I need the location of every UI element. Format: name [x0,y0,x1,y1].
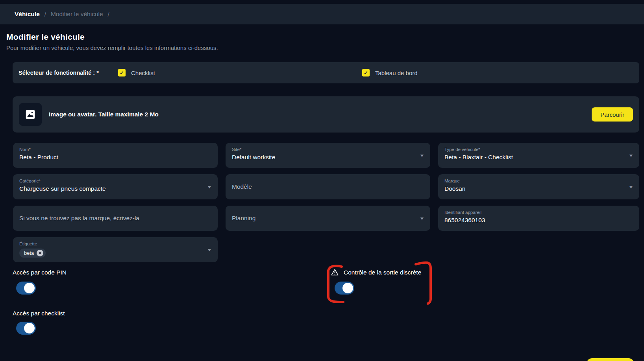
feature-selector-bar: Sélecteur de fonctionnalité : * ✓ Checkl… [13,62,639,83]
field-marque-libre[interactable] [13,206,218,231]
breadcrumb-separator: / [108,11,109,18]
field-label: Nom* [19,147,211,152]
field-modele[interactable] [226,174,430,199]
upload-hint-text: Image ou avatar. Taille maximale 2 Mo [49,111,159,118]
field-placeholder: Planning [232,215,255,222]
toggle-knob [24,283,35,293]
field-value: 865024360103 [444,217,633,224]
field-label: Étiquette [19,241,202,247]
chevron-down-icon: ▼ [419,153,425,158]
chevron-down-icon: ▼ [628,185,634,189]
partial-bottom-button[interactable] [587,358,634,361]
field-value: Doosan [444,185,624,192]
breadcrumb-item-modifier[interactable]: Modifier le véhicule [51,11,103,18]
field-identifiant-appareil[interactable]: Identifiant appareil 865024360103 [438,206,639,231]
field-type-vehicule-select[interactable]: Type de véhicule* Beta - Blaxtair - Chec… [438,143,639,168]
field-label: Type de véhicule* [444,147,624,152]
page-subtitle: Pour modifier un véhicule, vous devez re… [6,44,218,51]
page-title: Modifier le véhicule [6,32,218,42]
field-planning-select[interactable]: Planning ▼ [226,206,430,231]
checkbox-checked-icon[interactable]: ✓ [362,69,370,77]
field-etiquette-select[interactable]: Étiquette beta ✕ ▼ [13,237,218,262]
chevron-down-icon: ▼ [419,216,425,221]
breadcrumb-item-vehicule[interactable]: Véhicule [15,11,40,18]
image-icon [24,109,36,120]
chevron-down-icon: ▼ [628,153,634,158]
page-heading: Modifier le véhicule Pour modifier un vé… [6,32,218,51]
chip-label: beta [24,250,34,256]
checkbox-checked-icon[interactable]: ✓ [118,69,126,77]
red-annotation-brackets [322,252,436,311]
field-value: Beta - Blaxtair - Checklist [444,154,624,161]
breadcrumb-separator: / [44,11,46,18]
toggle-label-sortie-discrete: Contrôle de la sortie discrète [344,269,421,276]
feature-option-tableau-de-bord[interactable]: ✓ Tableau de bord [362,69,418,77]
toggle-label-code-pin: Accès par code PIN [13,269,67,276]
marque-libre-input[interactable] [19,206,211,231]
checkbox-label: Checklist [131,70,155,76]
field-label: Identifiant appareil [444,210,633,215]
field-site-select[interactable]: Site* Default worksite ▼ [226,143,430,168]
remove-chip-icon[interactable]: ✕ [37,250,43,256]
field-marque-select[interactable]: Marque Doosan ▼ [438,174,639,199]
breadcrumb: Véhicule / Modifier le véhicule / [0,4,644,24]
field-label: Catégorie* [19,178,202,184]
modele-input[interactable] [232,174,424,199]
tag-chip-beta: beta ✕ [19,249,46,258]
field-value: Beta - Product [19,154,211,161]
browse-button[interactable]: Parcourir [592,107,633,122]
field-nom[interactable]: Nom* Beta - Product [13,143,218,168]
discrete-output-header: Contrôle de la sortie discrète [331,268,421,276]
toggle-checklist[interactable] [16,322,36,335]
warning-icon [331,268,339,276]
chevron-down-icon: ▼ [207,248,212,252]
feature-selector-label: Sélecteur de fonctionnalité : * [19,70,99,76]
image-upload-row: Image ou avatar. Taille maximale 2 Mo Pa… [13,96,639,133]
checkbox-label: Tableau de bord [375,70,418,76]
field-categorie-select[interactable]: Catégorie* Chargeuse sur pneus compacte … [13,174,218,199]
field-label: Site* [232,147,415,152]
toggle-sortie-discrete[interactable] [335,282,354,295]
image-placeholder-thumbnail [19,103,42,126]
toggle-code-pin[interactable] [16,282,36,295]
feature-option-checklist[interactable]: ✓ Checklist [118,69,155,77]
toggle-label-checklist: Accès par checklist [13,310,65,317]
field-value: Default worksite [232,154,415,161]
chevron-down-icon: ▼ [207,185,212,189]
field-value: Chargeuse sur pneus compacte [19,185,202,192]
toggle-knob [24,323,35,333]
toggle-knob [342,283,353,293]
field-label: Marque [444,178,624,184]
